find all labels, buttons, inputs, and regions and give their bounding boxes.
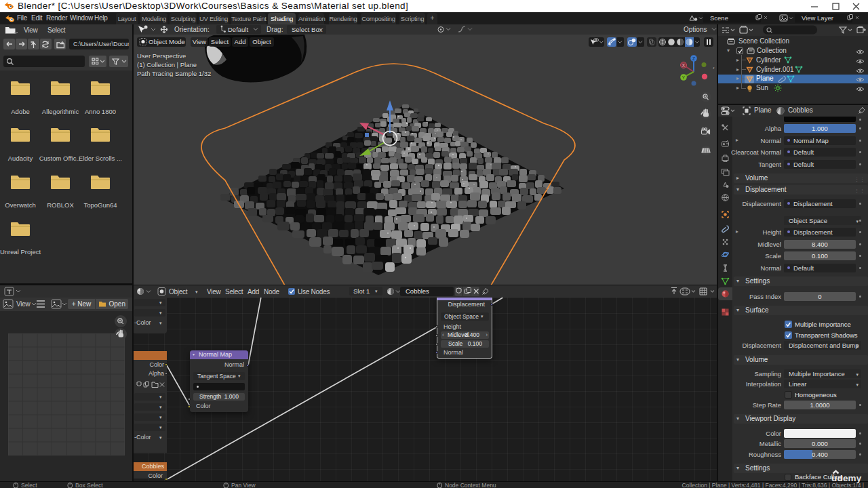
- svg-text:Z: Z: [692, 56, 695, 61]
- svg-text:Scene: Scene: [710, 14, 728, 22]
- svg-text:View Layer: View Layer: [802, 14, 833, 22]
- svg-text:Y: Y: [682, 75, 686, 80]
- svg-text:udemy: udemy: [831, 473, 862, 483]
- svg-text:X: X: [682, 63, 686, 68]
- svg-text:‹: ‹: [713, 65, 715, 71]
